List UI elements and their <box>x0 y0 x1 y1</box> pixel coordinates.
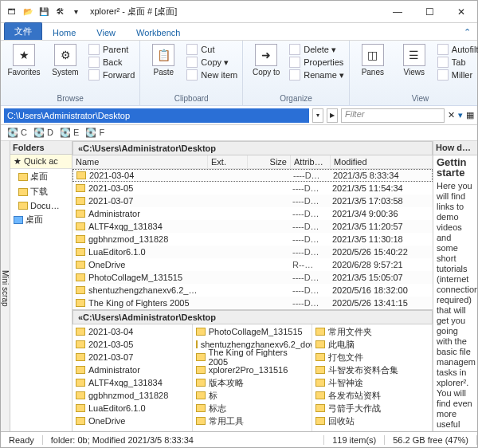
viewmode-icon[interactable]: ▦ <box>466 110 474 120</box>
list-item[interactable]: 此电脑 <box>312 338 432 351</box>
table-row[interactable]: Administrator----D…2021/3/4 9:00:36 <box>72 207 433 220</box>
delete-button[interactable]: Delete ▾ <box>289 44 344 55</box>
list-item[interactable]: 弓箭手大作战 <box>312 402 432 415</box>
back-button[interactable]: Back <box>88 57 135 68</box>
list-item[interactable]: PhotoCollageM_131515 <box>193 325 312 338</box>
maximize-button[interactable]: ☐ <box>413 1 445 23</box>
address-bar: C:\Users\Administrator\Desktop ▾ ▶ Filte… <box>1 106 477 125</box>
list-item[interactable]: The King of Fighters 2005 <box>193 351 312 364</box>
folder-item[interactable]: Docu… <box>10 199 72 212</box>
pane-path: «C:\Users\Administrator\Desktop <box>72 141 433 155</box>
qat-dropdown-icon[interactable]: ▾ <box>69 6 82 18</box>
table-row[interactable]: OneDriveR--…2020/6/28 9:57:21 <box>72 258 433 271</box>
autofilter-button[interactable]: Autofilter <box>437 44 478 55</box>
drive-f[interactable]: 💽 F <box>85 128 104 138</box>
help-header: How d… <box>433 141 477 155</box>
drive-c[interactable]: 💽 C <box>7 128 27 138</box>
list-item[interactable]: 标 <box>193 389 312 402</box>
col-ext: Ext. <box>208 155 248 168</box>
tab-workbench[interactable]: Workbench <box>126 25 190 40</box>
table-row[interactable]: ggbhnzmod_131828----D…2021/3/5 11:30:18 <box>72 233 433 246</box>
filter-clear-icon[interactable]: ✕ <box>448 110 455 120</box>
file-list: Name Ext. Size Attrib… Modified 2021-03-… <box>72 155 433 309</box>
tab-view[interactable]: View <box>86 25 126 40</box>
quick-access[interactable]: ★ Quick ac <box>10 155 72 169</box>
table-row[interactable]: LuaEditor6.1.0----D…2020/5/26 15:40:22 <box>72 246 433 258</box>
address-input[interactable]: C:\Users\Administrator\Desktop <box>4 108 309 123</box>
folders-header: Folders <box>10 141 72 155</box>
tab-home[interactable]: Home <box>42 25 86 40</box>
list-item[interactable]: 常用工具 <box>193 415 312 427</box>
list-item[interactable]: 2021-03-07 <box>72 351 192 364</box>
qat-tool-icon[interactable]: 🛠 <box>53 6 66 18</box>
cut-button[interactable]: Cut <box>186 44 237 55</box>
list-item[interactable]: 斗智神途 <box>312 376 432 389</box>
help-body: Here you will find links to demo videos … <box>437 181 474 431</box>
close-button[interactable]: ✕ <box>445 1 477 23</box>
copyto-button[interactable]: ➜Copy to <box>248 42 284 77</box>
list-item[interactable]: 回收站 <box>312 415 432 427</box>
copy-button[interactable]: Copy ▾ <box>186 57 237 68</box>
folder-item[interactable]: 下载 <box>10 184 72 199</box>
list-item[interactable]: 版本攻略 <box>193 376 312 389</box>
pane2-path: «C:\Users\Administrator\Desktop <box>72 310 433 324</box>
folder-item[interactable]: 桌面 <box>10 212 72 227</box>
status-items: 119 item(s) <box>324 435 385 445</box>
ribbon-expand-icon[interactable]: ⌃ <box>457 25 477 40</box>
table-row[interactable]: 2021-03-04----D…2021/3/5 8:33:34 <box>72 169 433 182</box>
paste-button[interactable]: 📋Paste <box>145 42 182 77</box>
drive-e[interactable]: 💽 E <box>60 128 79 138</box>
list-item[interactable]: 斗智发布资料合集 <box>312 364 432 376</box>
minimize-button[interactable]: — <box>382 1 413 23</box>
ribbon: ★Favorites ⚙System Parent Back Forward B… <box>1 41 477 106</box>
tab-button[interactable]: Tab <box>437 57 478 68</box>
forward-button[interactable]: Forward <box>88 69 135 81</box>
list-item[interactable]: 2021-03-04 <box>72 325 192 338</box>
miller-button[interactable]: Miller <box>437 69 478 81</box>
table-row[interactable]: ALTF4xqg_131834----D…2021/3/5 11:20:57 <box>72 220 433 233</box>
list-item[interactable]: ggbhnzmod_131828 <box>72 389 192 402</box>
mini-scrap-tab[interactable]: Mini scrap <box>1 141 10 431</box>
address-go-icon[interactable]: ▶ <box>327 108 338 123</box>
address-dropdown-icon[interactable]: ▾ <box>312 108 323 123</box>
filter-input[interactable]: Filter <box>341 108 445 123</box>
list-item[interactable]: LuaEditor6.1.0 <box>72 402 192 415</box>
rename-button[interactable]: Rename ▾ <box>289 69 344 81</box>
qat-open-icon[interactable]: 📂 <box>22 6 34 18</box>
drive-bar: 💽 C 💽 D 💽 E 💽 F <box>1 125 477 141</box>
column-headers[interactable]: Name Ext. Size Attrib… Modified <box>72 155 433 169</box>
system-button[interactable]: ⚙System <box>47 42 84 77</box>
favorites-button[interactable]: ★Favorites <box>6 42 42 77</box>
folders-pane: Folders ★ Quick ac 桌面 下载 Docu… 桌面 <box>10 141 72 431</box>
newitem-button[interactable]: New item <box>186 69 237 81</box>
table-row[interactable]: 2021-03-07----D…2021/3/5 17:03:58 <box>72 195 433 207</box>
table-row[interactable]: The King of Fighters 2005----D…2020/5/26… <box>72 297 433 309</box>
drive-d[interactable]: 💽 D <box>33 128 53 138</box>
qat-save-icon[interactable]: 💾 <box>37 6 50 18</box>
folder-item[interactable]: 桌面 <box>10 169 72 184</box>
titlebar: 🗔 📂 💾 🛠 ▾ xplorer² - 桌面 # [桌面] — ☐ ✕ <box>1 1 477 23</box>
panes-button[interactable]: ◫Panes <box>355 42 391 77</box>
parent-button[interactable]: Parent <box>88 44 135 55</box>
ribbon-tabs: 文件 Home View Workbench ⌃ <box>1 23 477 41</box>
list-item[interactable]: 打包文件 <box>312 351 432 364</box>
table-row[interactable]: shentuzhengzhanexv6.2_…----D…2020/5/16 1… <box>72 284 433 297</box>
tab-file[interactable]: 文件 <box>4 22 42 40</box>
filter-menu-icon[interactable]: ▾ <box>458 110 463 120</box>
list-item[interactable]: 2021-03-05 <box>72 338 192 351</box>
list-item[interactable]: 各发布站资料 <box>312 389 432 402</box>
status-bar: Ready folder: 0b; Modified 2021/3/5 8:33… <box>1 431 477 447</box>
properties-button[interactable]: Properties <box>289 57 344 68</box>
list-item[interactable]: ALTF4xqg_131834 <box>72 376 192 389</box>
list-item[interactable]: Administrator <box>72 364 192 376</box>
table-row[interactable]: 2021-03-05----D…2021/3/5 11:54:34 <box>72 182 433 195</box>
window-title: xplorer² - 桌面 # [桌面] <box>87 6 382 18</box>
list-item[interactable]: 标志 <box>193 402 312 415</box>
col-name: Name <box>72 155 208 168</box>
table-row[interactable]: PhotoCollageM_131515----D…2021/3/5 15:05… <box>72 271 433 284</box>
views-button[interactable]: ☰Views <box>396 42 433 77</box>
list-item[interactable]: 常用文件夹 <box>312 325 432 338</box>
app-icon: 🗔 <box>6 6 18 18</box>
help-pane: How d… Gettin starte Here you will find … <box>433 141 477 431</box>
list-item[interactable]: OneDrive <box>72 415 192 427</box>
